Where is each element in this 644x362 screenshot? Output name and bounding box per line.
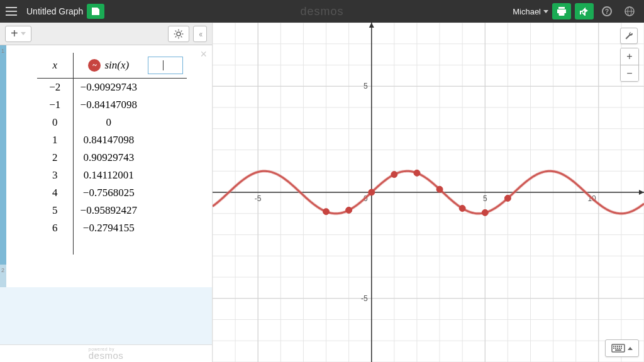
table-cell-x[interactable]: 5 — [37, 202, 74, 219]
table-cell-y[interactable]: −0.90929743 — [74, 79, 144, 97]
svg-rect-80 — [613, 348, 614, 349]
table-cell-empty[interactable] — [144, 79, 187, 97]
table-row[interactable]: −1−0.84147098 — [37, 96, 187, 114]
globe-icon — [625, 6, 635, 16]
add-expression-button[interactable]: + — [5, 26, 31, 42]
table-cell-empty[interactable] — [144, 149, 187, 167]
menu-button[interactable] — [0, 0, 23, 23]
table-cell-y[interactable]: −0.84147098 — [74, 96, 144, 114]
table-header-y-label: sin(x) — [104, 59, 129, 72]
table-header-new[interactable] — [144, 53, 187, 79]
svg-rect-79 — [621, 346, 622, 347]
graph-canvas[interactable]: -55105-50 — [213, 23, 644, 362]
table-cell-y[interactable]: −0.2794155 — [74, 219, 144, 237]
svg-rect-81 — [615, 348, 616, 349]
printer-icon — [557, 7, 567, 16]
wrench-icon — [625, 31, 633, 40]
table-cell-empty[interactable] — [144, 184, 187, 202]
save-button[interactable] — [87, 4, 104, 19]
expression-index: 1 — [1, 48, 4, 54]
table-cell-empty[interactable] — [144, 114, 187, 131]
table-row-empty[interactable] — [37, 237, 187, 255]
gear-icon — [174, 29, 184, 39]
graph-settings-button[interactable] — [620, 28, 638, 44]
svg-text:5: 5 — [483, 194, 487, 203]
table-cell-x[interactable]: 1 — [37, 131, 74, 149]
table-cell-x[interactable]: 0 — [37, 114, 74, 131]
settings-button[interactable] — [168, 26, 189, 42]
series-color-icon[interactable]: ~ — [88, 59, 101, 72]
expression-row-1[interactable]: 1 × x ~ sin(x) — [0, 45, 212, 265]
table-header-x[interactable]: x — [37, 53, 74, 79]
user-name-label: Michael — [513, 7, 541, 16]
table-row[interactable]: 10.84147098 — [37, 131, 187, 149]
svg-point-71 — [459, 206, 465, 212]
table-cell-empty[interactable] — [144, 131, 187, 149]
table-cell-x[interactable]: 6 — [37, 219, 74, 237]
table-cell-empty[interactable] — [144, 167, 187, 184]
share-icon — [579, 7, 589, 16]
table-cell-y[interactable]: −0.7568025 — [74, 184, 144, 202]
plus-icon: + — [626, 51, 632, 62]
new-column-input[interactable] — [148, 57, 183, 74]
header-right: Michael ? — [513, 3, 644, 19]
table-cell-x[interactable]: −1 — [37, 96, 74, 114]
svg-text:-5: -5 — [255, 194, 262, 203]
table-row[interactable]: 5−0.95892427 — [37, 202, 187, 219]
graph-area[interactable]: -55105-50 + − — [213, 23, 644, 362]
table-cell-y[interactable]: 0 — [74, 114, 144, 131]
table-cell-x[interactable]: 3 — [37, 167, 74, 184]
svg-rect-78 — [619, 346, 620, 347]
zoom-in-button[interactable]: + — [621, 48, 638, 65]
table-cell-x[interactable]: −2 — [37, 79, 74, 97]
svg-text:?: ? — [605, 8, 609, 15]
svg-rect-77 — [617, 346, 618, 347]
user-menu[interactable]: Michael — [513, 7, 548, 16]
svg-point-70 — [436, 186, 443, 192]
hamburger-icon — [6, 7, 17, 16]
table-row[interactable]: 30.14112001 — [37, 167, 187, 184]
table-row[interactable]: −2−0.90929743 — [37, 79, 187, 97]
share-button[interactable] — [575, 3, 594, 19]
minus-icon: − — [626, 68, 632, 79]
graph-title[interactable]: Untitled Graph — [26, 6, 83, 16]
svg-marker-57 — [639, 190, 644, 195]
table-cell-x[interactable]: 4 — [37, 184, 74, 202]
collapse-panel-button[interactable]: « — [193, 26, 207, 42]
svg-rect-76 — [615, 346, 616, 347]
svg-text:-5: -5 — [361, 294, 368, 303]
zoom-out-button[interactable]: − — [621, 65, 638, 81]
table-cell-empty[interactable] — [144, 219, 187, 237]
table-row[interactable]: 20.90929743 — [37, 149, 187, 167]
keyboard-icon — [611, 344, 625, 353]
table-cell-empty[interactable] — [144, 96, 187, 114]
footer-logo: powered by desmos — [89, 347, 124, 361]
chevron-left-icon: « — [199, 29, 201, 39]
caret-down-icon — [21, 32, 26, 35]
keyboard-button[interactable] — [605, 339, 639, 357]
expression-row-2[interactable]: 2 — [0, 265, 212, 287]
svg-rect-0 — [558, 7, 565, 9]
table-cell-y[interactable]: 0.84147098 — [74, 131, 144, 149]
table-cell-empty[interactable] — [144, 202, 187, 219]
app-body: + « 1 × x — [0, 23, 644, 362]
table-row[interactable]: 6−0.2794155 — [37, 219, 187, 237]
table-cell-y[interactable]: 0.14112001 — [74, 167, 144, 184]
table-row[interactable]: 4−0.7568025 — [37, 184, 187, 202]
print-button[interactable] — [552, 3, 571, 19]
language-button[interactable] — [620, 3, 639, 19]
app-header: Untitled Graph desmos Michael ? — [0, 0, 644, 23]
table-cell-y[interactable]: 0.90929743 — [74, 149, 144, 167]
table-cell-x[interactable]: 2 — [37, 149, 74, 167]
data-table[interactable]: x ~ sin(x) — [37, 53, 187, 255]
help-button[interactable]: ? — [597, 3, 616, 19]
table-row[interactable]: 00 — [37, 114, 187, 131]
brand-logo: desmos — [300, 5, 343, 18]
table-cell-y[interactable]: −0.95892427 — [74, 202, 144, 219]
svg-rect-4 — [559, 13, 564, 16]
expression-list: 1 × x ~ sin(x) — [0, 45, 212, 344]
panel-footer: powered by desmos — [0, 344, 212, 362]
table-header-y[interactable]: ~ sin(x) — [74, 53, 144, 79]
svg-point-73 — [504, 195, 511, 201]
delete-expression-button[interactable]: × — [200, 48, 207, 61]
